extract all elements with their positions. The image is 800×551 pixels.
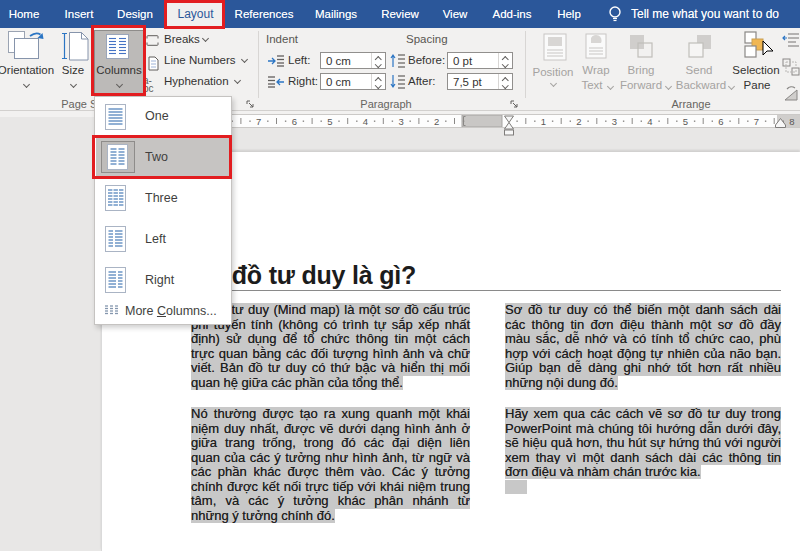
svg-text:6: 6 xyxy=(718,116,723,127)
svg-text:4: 4 xyxy=(363,116,368,127)
svg-text:2: 2 xyxy=(434,116,439,127)
svg-text:8: 8 xyxy=(789,116,794,127)
svg-text:2: 2 xyxy=(576,116,581,127)
svg-text:3: 3 xyxy=(612,116,617,127)
svg-text:7: 7 xyxy=(256,116,261,127)
svg-text:5: 5 xyxy=(327,116,332,127)
svg-text:6: 6 xyxy=(292,116,297,127)
svg-text:7: 7 xyxy=(754,116,759,127)
svg-text:4: 4 xyxy=(647,116,652,127)
svg-text:1: 1 xyxy=(541,116,546,127)
svg-text:5: 5 xyxy=(683,116,688,127)
svg-text:3: 3 xyxy=(398,116,403,127)
